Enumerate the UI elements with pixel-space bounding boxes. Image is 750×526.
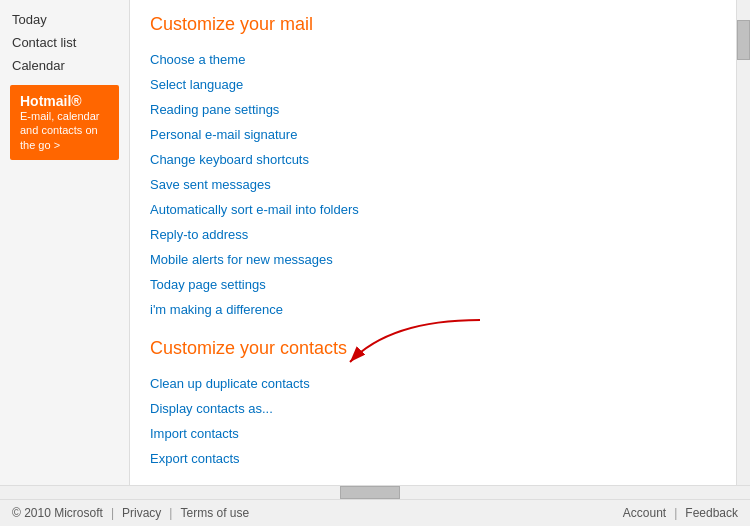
footer-terms-link[interactable]: Terms of use <box>180 506 249 520</box>
sidebar-hotmail-promo[interactable]: Hotmail® E-mail, calendar and contacts o… <box>10 85 119 160</box>
import-contacts-link[interactable]: Import contacts <box>150 421 716 446</box>
footer-divider-1: | <box>111 506 114 520</box>
sidebar: Today Contact list Calendar Hotmail® E-m… <box>0 0 130 485</box>
save-sent-link[interactable]: Save sent messages <box>150 172 716 197</box>
sidebar-item-today[interactable]: Today <box>0 8 129 31</box>
footer-copyright: © 2010 Microsoft <box>12 506 103 520</box>
display-contacts-link[interactable]: Display contacts as... <box>150 396 716 421</box>
footer-divider-2: | <box>169 506 172 520</box>
reply-to-address-link[interactable]: Reply-to address <box>150 222 716 247</box>
contacts-section-title: Customize your contacts <box>150 338 716 359</box>
sidebar-item-calendar[interactable]: Calendar <box>0 54 129 77</box>
auto-sort-link[interactable]: Automatically sort e-mail into folders <box>150 197 716 222</box>
sidebar-item-contact-list[interactable]: Contact list <box>0 31 129 54</box>
vertical-scrollbar[interactable] <box>736 0 750 485</box>
scrollbar-thumb[interactable] <box>737 20 750 60</box>
footer: © 2010 Microsoft | Privacy | Terms of us… <box>0 499 750 526</box>
email-signature-link[interactable]: Personal e-mail signature <box>150 122 716 147</box>
hotmail-title: Hotmail® <box>20 93 109 109</box>
footer-right: Account | Feedback <box>623 506 738 520</box>
footer-divider-3: | <box>674 506 677 520</box>
footer-left: © 2010 Microsoft | Privacy | Terms of us… <box>12 506 249 520</box>
hotmail-subtitle: E-mail, calendar and contacts on the go … <box>20 109 109 152</box>
footer-feedback-link[interactable]: Feedback <box>685 506 738 520</box>
keyboard-shortcuts-link[interactable]: Change keyboard shortcuts <box>150 147 716 172</box>
today-page-settings-link[interactable]: Today page settings <box>150 272 716 297</box>
footer-account-link[interactable]: Account <box>623 506 666 520</box>
horizontal-scrollbar[interactable] <box>0 485 750 499</box>
mail-section-title: Customize your mail <box>150 14 716 35</box>
footer-privacy-link[interactable]: Privacy <box>122 506 161 520</box>
choose-theme-link[interactable]: Choose a theme <box>150 47 716 72</box>
making-difference-link[interactable]: i'm making a difference <box>150 297 716 322</box>
reading-pane-link[interactable]: Reading pane settings <box>150 97 716 122</box>
mobile-alerts-link[interactable]: Mobile alerts for new messages <box>150 247 716 272</box>
select-language-link[interactable]: Select language <box>150 72 716 97</box>
h-scrollbar-thumb[interactable] <box>340 486 400 499</box>
main-content: Customize your mail Choose a theme Selec… <box>130 0 736 485</box>
export-contacts-link[interactable]: Export contacts <box>150 446 716 471</box>
clean-duplicates-link[interactable]: Clean up duplicate contacts <box>150 371 716 396</box>
